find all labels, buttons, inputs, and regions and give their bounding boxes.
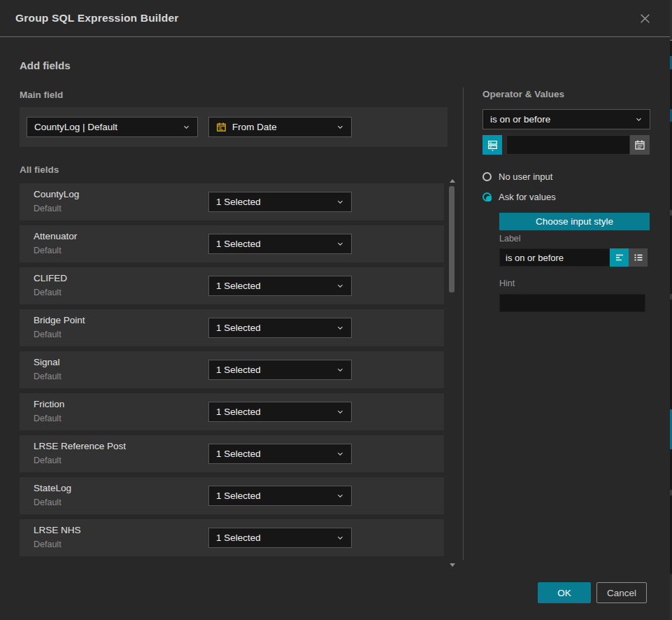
field-type-label: Default (34, 414, 62, 423)
field-row: LRSE NHS Default 1 Selected (20, 519, 444, 556)
field-type-label: Default (34, 456, 62, 465)
field-type-label: Default (34, 498, 62, 507)
close-button[interactable] (635, 8, 655, 28)
field-values-dropdown[interactable]: 1 Selected (208, 402, 352, 422)
chevron-down-icon (336, 198, 344, 206)
chevron-down-icon (183, 123, 190, 131)
field-name: CLIFED (34, 273, 67, 283)
chevron-down-icon (336, 492, 344, 500)
label-field-caption: Label (499, 234, 521, 244)
field-row: Signal Default 1 Selected (20, 351, 444, 388)
dialog-title: Group SQL Expression Builder (15, 12, 635, 24)
chevron-down-icon (336, 324, 344, 332)
field-row: Friction Default 1 Selected (20, 393, 444, 430)
calendar-icon (216, 122, 227, 132)
field-values-dropdown[interactable]: 1 Selected (208, 192, 352, 212)
radio-circle-icon (482, 172, 492, 181)
field-type-label: Default (34, 372, 62, 381)
field-values-dropdown[interactable]: 1 Selected (208, 276, 352, 296)
radio-label: Ask for values (499, 192, 556, 202)
group-sql-expression-builder-dialog: Group SQL Expression Builder Add fields … (0, 0, 672, 620)
radio-label: No user input (499, 171, 552, 182)
calendar-icon (634, 139, 645, 150)
chevron-down-icon (336, 534, 344, 542)
hint-field-caption: Hint (499, 279, 515, 288)
main-field-heading: Main field (20, 90, 63, 100)
field-values-dropdown-value: 1 Selected (216, 239, 331, 249)
field-name: LRSE Reference Post (34, 441, 126, 451)
field-type-label: Default (34, 204, 62, 213)
field-values-dropdown[interactable]: 1 Selected (208, 444, 352, 464)
radio-no-user-input[interactable]: No user input (482, 171, 552, 182)
field-type-label: Default (34, 288, 62, 297)
field-values-dropdown[interactable]: 1 Selected (208, 318, 352, 338)
field-values-dropdown-value: 1 Selected (216, 365, 331, 375)
label-input[interactable] (499, 248, 610, 267)
field-name: Friction (34, 399, 64, 409)
field-name: LRSE NHS (34, 525, 81, 535)
field-values-dropdown[interactable]: 1 Selected (208, 360, 352, 380)
date-picker-button[interactable] (630, 135, 650, 155)
text-style-icon (614, 252, 625, 263)
field-name: StateLog (34, 483, 71, 493)
field-values-dropdown-value: 1 Selected (216, 323, 331, 333)
field-values-dropdown-value: 1 Selected (216, 407, 331, 417)
all-fields-list: CountyLog Default 1 Selected Attenuator … (20, 183, 444, 561)
field-values-dropdown[interactable]: 1 Selected (208, 486, 352, 506)
field-name: Bridge Point (34, 315, 85, 325)
field-values-dropdown-value: 1 Selected (216, 533, 331, 543)
scrollbar-up-icon[interactable] (450, 179, 455, 183)
dialog-surface: Group SQL Expression Builder Add fields … (0, 0, 670, 620)
unique-values-icon (487, 139, 499, 151)
panel-divider (463, 87, 464, 560)
field-values-dropdown-value: 1 Selected (216, 491, 331, 501)
chevron-down-icon (336, 408, 344, 416)
field-row: CLIFED Default 1 Selected (20, 267, 444, 304)
hint-input[interactable] (499, 294, 645, 312)
radio-ask-for-values[interactable]: Ask for values (482, 192, 556, 202)
main-field-panel: CountyLog | Default From Date (20, 107, 448, 147)
field-row: StateLog Default 1 Selected (20, 477, 444, 514)
chevron-down-icon (336, 282, 344, 290)
operator-dropdown[interactable]: is on or before (482, 109, 650, 129)
unique-values-button[interactable] (482, 135, 502, 155)
chevron-down-icon (336, 366, 344, 374)
scrollbar-thumb[interactable] (449, 186, 455, 293)
scrollbar-down-icon[interactable] (450, 563, 455, 567)
field-name: Signal (34, 357, 60, 367)
field-row: Attenuator Default 1 Selected (20, 225, 444, 262)
operator-dropdown-value: is on or before (490, 114, 629, 125)
add-fields-heading: Add fields (20, 59, 71, 71)
field-type-label: Default (34, 330, 62, 339)
close-icon (639, 13, 651, 24)
cancel-button[interactable]: Cancel (596, 582, 647, 603)
field-type-label: Default (34, 246, 62, 255)
operator-values-heading: Operator & Values (482, 89, 564, 99)
field-values-dropdown-value: 1 Selected (216, 449, 331, 459)
all-fields-heading: All fields (20, 164, 59, 175)
main-field-field-dropdown[interactable]: From Date (208, 117, 352, 137)
fields-scrollbar[interactable] (448, 177, 457, 569)
list-style-icon (633, 252, 644, 263)
main-field-field-value: From Date (232, 122, 331, 132)
header-divider (0, 36, 670, 37)
choose-input-style-button[interactable]: Choose input style (499, 213, 650, 230)
field-values-dropdown-value: 1 Selected (216, 281, 331, 291)
radio-circle-icon (482, 192, 492, 202)
field-row: CountyLog Default 1 Selected (20, 183, 444, 220)
value-input[interactable] (506, 135, 630, 155)
main-field-source-dropdown[interactable]: CountyLog | Default (27, 117, 198, 137)
main-field-source-value: CountyLog | Default (34, 122, 177, 132)
field-type-label: Default (34, 540, 62, 549)
field-values-dropdown[interactable]: 1 Selected (208, 234, 352, 254)
field-name: Attenuator (34, 231, 77, 241)
chevron-down-icon (336, 123, 344, 131)
text-input-style-button[interactable] (610, 248, 629, 267)
chevron-down-icon (635, 115, 643, 123)
list-input-style-button[interactable] (629, 248, 648, 267)
field-values-dropdown[interactable]: 1 Selected (208, 528, 352, 548)
ok-button[interactable]: OK (538, 582, 591, 603)
field-row: Bridge Point Default 1 Selected (20, 309, 444, 346)
chevron-down-icon (336, 450, 344, 458)
chevron-down-icon (336, 240, 344, 248)
